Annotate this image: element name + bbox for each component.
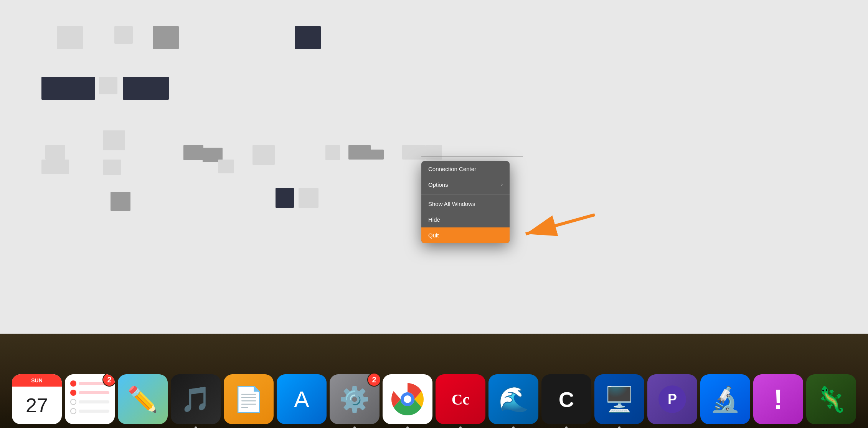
dock-item-instruments[interactable]: 🔬 [700, 374, 750, 424]
desktop-block [325, 145, 340, 160]
reminders-badge: 2 [102, 374, 115, 387]
dock-item-bezel[interactable]: ! [753, 374, 803, 424]
settings-badge: 2 [367, 373, 381, 387]
cursor-dot [565, 426, 568, 428]
dock-item-edge[interactable]: 🌊 [488, 374, 538, 424]
desktop-block [111, 192, 130, 211]
desktop-block [57, 26, 83, 49]
context-menu-label-quit: Quit [428, 231, 439, 239]
edge-icon: 🌊 [498, 385, 529, 414]
desktop-block [183, 145, 203, 160]
freeform-icon: ✏️ [127, 385, 158, 414]
instruments-icon: 🔬 [710, 385, 741, 414]
desktop-block [114, 26, 133, 44]
context-menu-label-show-all-windows: Show All Windows [428, 200, 475, 208]
desktop-block [276, 188, 294, 208]
dock-item-creative-cloud[interactable]: Cc [436, 374, 485, 424]
dock: SUN 27 2 ✏️ 🎵 📄 A [6, 347, 862, 424]
desktop-block [368, 150, 384, 160]
desktop-block [103, 130, 125, 150]
settings-dot [353, 426, 356, 428]
desktop-block [218, 160, 234, 173]
dock-item-settings[interactable]: 2 ⚙️ [330, 374, 380, 424]
creative-cloud-dot [459, 426, 462, 428]
desktop-block [45, 145, 65, 160]
proxyman-icon: P [657, 384, 688, 415]
orange-arrow-indicator [514, 192, 599, 245]
dock-container: SUN 27 2 ✏️ 🎵 📄 A [0, 334, 868, 428]
dock-item-proxyman[interactable]: P [647, 374, 697, 424]
dock-item-unknown[interactable]: 🦎 [806, 374, 856, 424]
context-menu-divider [421, 194, 510, 194]
context-menu-item-show-all-windows[interactable]: Show All Windows [421, 196, 510, 212]
music-icon: 🎵 [180, 385, 211, 414]
context-menu-item-hide[interactable]: Hide [421, 212, 510, 227]
music-dot [195, 426, 197, 428]
cursor-icon: C [559, 387, 574, 412]
rdc-dot [618, 426, 620, 428]
dock-item-pages[interactable]: 📄 [224, 374, 274, 424]
desktop-block [99, 77, 117, 94]
dock-item-reminders[interactable]: 2 [65, 374, 115, 424]
dock-item-cursor[interactable]: C [541, 374, 591, 424]
desktop-block [402, 145, 425, 160]
unknown-app-icon: 🦎 [816, 385, 847, 414]
dock-item-calendar[interactable]: SUN 27 [12, 374, 62, 424]
bezel-icon: ! [774, 384, 783, 415]
context-menu-label-hide: Hide [428, 216, 440, 224]
desktop-block [252, 145, 275, 165]
dock-item-freeform[interactable]: ✏️ [118, 374, 168, 424]
dock-item-chrome[interactable] [383, 374, 432, 424]
svg-text:P: P [668, 391, 677, 407]
submenu-arrow-icon: › [501, 181, 503, 188]
svg-point-5 [404, 395, 411, 403]
chrome-icon [390, 382, 425, 416]
chrome-dot [406, 426, 409, 428]
creative-cloud-icon: Cc [452, 390, 470, 408]
desktop-block [153, 26, 179, 49]
desktop-block [41, 160, 69, 174]
desktop-block [425, 145, 442, 160]
context-menu: Connection Center Options › Show All Win… [421, 161, 510, 243]
svg-line-1 [526, 215, 595, 234]
dock-item-music[interactable]: 🎵 [171, 374, 221, 424]
context-menu-label-connection-center: Connection Center [428, 165, 476, 173]
desktop-block [103, 160, 121, 175]
desktop-block [123, 77, 169, 100]
context-menu-item-options[interactable]: Options › [421, 177, 510, 193]
pages-icon: 📄 [233, 385, 264, 414]
appstore-icon: A [294, 386, 309, 413]
edge-dot [512, 426, 515, 428]
dock-item-rdc[interactable]: 🖥️ [594, 374, 644, 424]
context-menu-separator-line [421, 156, 523, 157]
context-menu-item-connection-center[interactable]: Connection Center [421, 161, 510, 177]
desktop-block [41, 77, 95, 100]
desktop-block [295, 26, 321, 49]
dock-item-appstore[interactable]: A [277, 374, 327, 424]
context-menu-item-quit[interactable]: Quit [421, 227, 510, 243]
desktop-block [299, 188, 318, 208]
context-menu-label-options: Options [428, 181, 448, 189]
settings-icon: ⚙️ [339, 385, 370, 414]
rdc-icon: 🖥️ [604, 385, 635, 414]
